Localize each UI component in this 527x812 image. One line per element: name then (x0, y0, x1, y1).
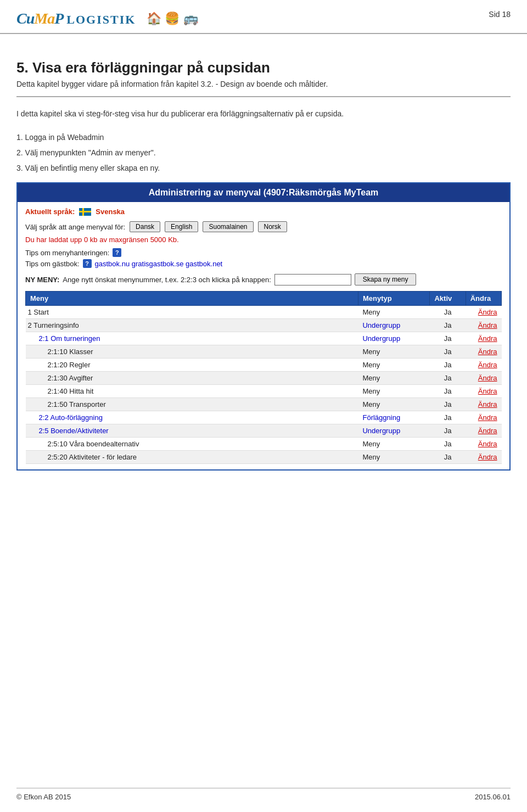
cell-name: 2:2 Auto-förläggning (26, 411, 358, 424)
cell-name: 2:5:10 Våra boendealternativ (26, 438, 358, 451)
cell-name: 2:1:50 Transporter (26, 398, 358, 411)
andra-link[interactable]: Ändra (478, 440, 497, 448)
table-row: 2:1:40 Hitta hit Meny Ja Ändra (26, 385, 502, 398)
guestbook-links[interactable]: gastbok.nu gratisgastbok.se gastbok.net (95, 260, 223, 268)
current-lang-name: Svenska (96, 208, 125, 216)
th-menytyp: Menytyp (358, 292, 430, 306)
help-icon[interactable]: ? (113, 248, 121, 257)
cell-type: Meny (358, 359, 430, 372)
page-footer: © Efkon AB 2015 2015.06.01 (16, 788, 511, 801)
cell-name: 2:1:20 Regler (26, 359, 358, 372)
cell-active: Ja (430, 372, 466, 385)
cell-type: Undergrupp (358, 332, 430, 345)
admin-inner: Aktuellt språk: Svenska Välj språk att a… (18, 202, 509, 469)
cell-action[interactable]: Ändra (466, 451, 501, 464)
cell-type: Meny (358, 306, 430, 319)
andra-link[interactable]: Ändra (478, 308, 497, 316)
cell-type: Meny (358, 398, 430, 411)
admin-title-bar: Administrering av menyval (4907:Räksmörg… (18, 183, 509, 202)
cell-name: 2:1 Om turneringen (26, 332, 358, 345)
chapter-desc: I detta kapitel ska vi steg-för-steg vis… (16, 108, 511, 120)
main-content: 5. Visa era förläggningar på cupsidan De… (0, 34, 527, 471)
logo-area: CuMaP LOGISTIK 🏠 🍔 🚌 (16, 10, 198, 27)
andra-link[interactable]: Ändra (478, 413, 497, 422)
new-menu-row: NY MENY: Ange nytt önskat menynummer, t.… (25, 273, 502, 285)
dansk-button[interactable]: Dansk (130, 221, 160, 232)
chapter-title: 5. Visa era förläggningar på cupsidan (16, 59, 511, 76)
andra-link[interactable]: Ändra (478, 427, 497, 435)
suomalainen-button[interactable]: Suomalainen (203, 221, 253, 232)
cell-name: 2:5 Boende/Aktiviteter (26, 424, 358, 438)
guestbook-help-icon[interactable]: ? (83, 259, 92, 268)
create-menu-button[interactable]: Skapa ny meny (355, 273, 417, 285)
cell-action[interactable]: Ändra (466, 306, 501, 319)
flag-sweden (79, 208, 91, 216)
current-lang-label: Aktuellt språk: (25, 208, 75, 216)
cell-action[interactable]: Ändra (466, 398, 501, 411)
step-3: 3. Välj en befintlig meny eller skapa en… (16, 164, 511, 172)
tips-label: Tips om menyhanteringen: (25, 249, 109, 257)
th-andra: Ändra (466, 292, 501, 306)
cell-active: Ja (430, 306, 466, 319)
english-button[interactable]: English (165, 221, 198, 232)
th-meny: Meny (26, 292, 358, 306)
table-row: 2:2 Auto-förläggning Förläggning Ja Ändr… (26, 411, 502, 424)
cell-action[interactable]: Ändra (466, 385, 501, 398)
cell-type: Undergrupp (358, 424, 430, 438)
page-number: Sid 18 (489, 10, 511, 19)
tips-row: Tips om menyhanteringen: ? (25, 248, 502, 257)
chapter-subtitle: Detta kapitel bygger vidare på informati… (16, 80, 511, 88)
cell-active: Ja (430, 359, 466, 372)
th-aktiv: Aktiv (430, 292, 466, 306)
cell-name: 2:1:30 Avgifter (26, 372, 358, 385)
cell-active: Ja (430, 385, 466, 398)
cell-action[interactable]: Ändra (466, 359, 501, 372)
cell-type: Undergrupp (358, 319, 430, 332)
logo: CuMaP LOGISTIK (16, 10, 136, 27)
andra-link[interactable]: Ändra (478, 334, 497, 343)
andra-link[interactable]: Ändra (478, 321, 497, 329)
cell-type: Meny (358, 438, 430, 451)
menu-table: Meny Menytyp Aktiv Ändra 1 Start Meny Ja… (25, 291, 502, 464)
andra-link[interactable]: Ändra (478, 400, 497, 408)
andra-link[interactable]: Ändra (478, 387, 497, 395)
cell-type: Meny (358, 451, 430, 464)
new-menu-input[interactable] (274, 274, 351, 285)
cell-name: 1 Start (26, 306, 358, 319)
footer-date: 2015.06.01 (475, 793, 511, 801)
new-menu-label: NY MENY: (25, 276, 59, 284)
table-row: 2:1:50 Transporter Meny Ja Ändra (26, 398, 502, 411)
cell-active: Ja (430, 345, 466, 359)
table-row: 1 Start Meny Ja Ändra (26, 306, 502, 319)
logo-icons: 🏠 🍔 🚌 (147, 12, 198, 26)
footer-copyright: © Efkon AB 2015 (16, 793, 71, 801)
step-1: 1. Logga in på Webadmin (16, 133, 511, 142)
lang-select-label: Välj språk att ange menyval för: (25, 223, 125, 231)
cell-active: Ja (430, 438, 466, 451)
table-row: 2:5 Boende/Aktiviteter Undergrupp Ja Änd… (26, 424, 502, 438)
norsk-button[interactable]: Norsk (258, 221, 287, 232)
table-row: 2 Turneringsinfo Undergrupp Ja Ändra (26, 319, 502, 332)
cell-action[interactable]: Ändra (466, 424, 501, 438)
andra-link[interactable]: Ändra (478, 361, 497, 369)
cell-action[interactable]: Ändra (466, 345, 501, 359)
cell-active: Ja (430, 451, 466, 464)
cell-type: Meny (358, 372, 430, 385)
page-header: CuMaP LOGISTIK 🏠 🍔 🚌 Sid 18 (0, 0, 527, 34)
andra-link[interactable]: Ändra (478, 374, 497, 382)
cell-action[interactable]: Ändra (466, 411, 501, 424)
cell-action[interactable]: Ändra (466, 372, 501, 385)
andra-link[interactable]: Ändra (478, 453, 497, 461)
lang-select-row: Välj språk att ange menyval för: Dansk E… (25, 221, 502, 232)
cell-active: Ja (430, 411, 466, 424)
andra-link[interactable]: Ändra (478, 348, 497, 356)
table-row: 2:1 Om turneringen Undergrupp Ja Ändra (26, 332, 502, 345)
guestbook-label: Tips om gästbok: (25, 260, 80, 268)
table-row: 2:1:10 Klasser Meny Ja Ändra (26, 345, 502, 359)
step-2: 2. Välj menypunkten "Admin av menyer". (16, 148, 511, 157)
cell-action[interactable]: Ändra (466, 332, 501, 345)
cell-action[interactable]: Ändra (466, 319, 501, 332)
cell-action[interactable]: Ändra (466, 438, 501, 451)
cell-type: Meny (358, 385, 430, 398)
cell-active: Ja (430, 398, 466, 411)
